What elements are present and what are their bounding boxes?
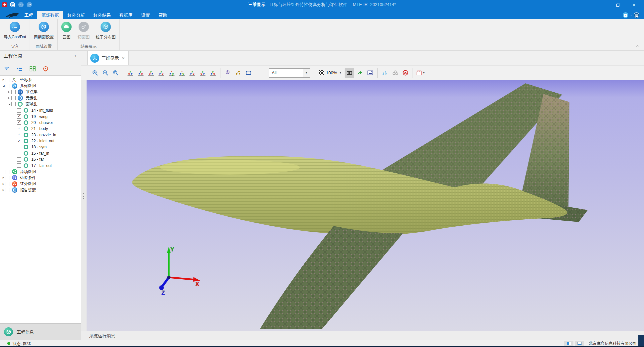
tree-checkbox[interactable] [11, 96, 16, 100]
view-front-icon[interactable]: yxz [126, 68, 135, 78]
tree-checkbox[interactable] [6, 188, 10, 192]
display-filter-select[interactable]: All▾ [269, 68, 310, 78]
tree-checkbox[interactable] [6, 182, 10, 186]
tree-item-22-inlet-out[interactable]: ✓22 - inlet_out [0, 138, 81, 144]
zoom-out-icon[interactable] [101, 68, 110, 78]
snapshot-icon[interactable] [365, 68, 375, 78]
tree-item-node-17[interactable]: ▶红外数据 [0, 181, 81, 187]
ribbon-button-2-1[interactable]: 切面图 [75, 22, 93, 40]
tree-checkbox[interactable] [6, 78, 10, 82]
chevron-down-icon[interactable]: ▾ [630, 14, 632, 17]
list-collapse-icon[interactable] [16, 65, 24, 72]
expander-icon[interactable]: ▶ [1, 189, 6, 191]
view-iso1-icon[interactable]: yzx [187, 68, 197, 78]
tree-checkbox[interactable]: ✓ [17, 120, 21, 125]
help-book-icon[interactable] [634, 12, 639, 18]
view-right-icon[interactable]: yzx [157, 68, 166, 78]
tree-checkbox[interactable] [17, 157, 21, 162]
close-button[interactable]: × [626, 0, 642, 10]
layout-bottom-icon[interactable] [575, 341, 584, 346]
style-switch-icon[interactable] [623, 12, 628, 18]
box-save-icon[interactable]: ▾ [415, 68, 425, 78]
tree-checkbox[interactable] [17, 163, 21, 168]
grid-icon[interactable] [345, 68, 354, 78]
tree-checkbox[interactable]: ✓ [17, 127, 21, 131]
restore-button[interactable] [610, 0, 626, 10]
expander-icon[interactable]: ◢ [7, 103, 11, 106]
tree-checkbox[interactable]: ✓ [17, 114, 21, 119]
zoom-in-icon[interactable] [90, 68, 100, 78]
lamp-icon[interactable] [223, 68, 232, 78]
tree-item-17-far-out[interactable]: 17 - far_out [0, 162, 81, 168]
tree-item-node-1[interactable]: ◢几何数据 [0, 83, 81, 89]
ribbon-button-2-0[interactable]: 云图 [58, 22, 75, 40]
expander-icon[interactable]: ▶ [7, 91, 11, 93]
tree-checkbox[interactable] [17, 151, 21, 155]
expander-icon[interactable]: ▶ [1, 183, 6, 185]
menu-item-2[interactable]: 红外分析 [63, 11, 89, 19]
mirror-icon[interactable] [380, 68, 390, 78]
menu-item-0[interactable]: 工程 [20, 11, 37, 19]
menu-item-4[interactable]: 数据库 [115, 11, 137, 19]
tree-item-14-int-fluid[interactable]: 14 - int_fluid [0, 107, 81, 113]
view-back-icon[interactable]: yzx [136, 68, 146, 78]
view-iso2-icon[interactable]: yxz [198, 68, 207, 78]
tree-item-16-far[interactable]: 16 - far [0, 156, 81, 162]
close-tab-icon[interactable]: × [122, 56, 125, 61]
ribbon-button-2-2[interactable]: 粒子分布图 [93, 22, 119, 40]
tree-item-node-4[interactable]: ◢面域集 [0, 101, 81, 107]
view-top-icon[interactable]: xzy [167, 68, 176, 78]
tree-checkbox[interactable] [11, 90, 16, 94]
tree-item-15-far-in[interactable]: 15 - far_in [0, 150, 81, 156]
collapse-ribbon-button[interactable] [637, 46, 639, 48]
menu-item-6[interactable]: 帮助 [154, 11, 171, 19]
tab-3d-view[interactable]: 三维显示 × [87, 51, 129, 65]
filter-icon[interactable] [3, 65, 11, 72]
tree-checkbox[interactable] [11, 102, 16, 106]
ribbon-button-1-0[interactable]: 周期面设置 [31, 22, 57, 40]
tree-item-node-0[interactable]: ▶YZX坐标系 [0, 77, 81, 83]
splitter-handle-icon[interactable] [83, 193, 84, 200]
tree-checkbox[interactable] [6, 170, 10, 174]
tree-checkbox[interactable]: ✓ [17, 139, 21, 143]
tree-item-node-15[interactable]: 流场数据 [0, 169, 81, 175]
tree-checkbox[interactable] [6, 176, 10, 180]
select-box-icon[interactable] [243, 68, 253, 78]
menu-item-5[interactable]: 设置 [137, 11, 154, 19]
tree-checkbox[interactable]: ✓ [17, 133, 21, 137]
grid4-icon[interactable] [29, 65, 37, 72]
tree-item-node-3[interactable]: ▶元素集 [0, 95, 81, 101]
view-left-icon[interactable]: yxz [146, 68, 156, 78]
cloud-outline-icon[interactable] [390, 68, 400, 78]
tree-item-20-chuiwei[interactable]: ✓20 - chuiwei [0, 120, 81, 126]
tree-checkbox[interactable] [6, 84, 10, 88]
view-bottom-icon[interactable]: xzy [177, 68, 187, 78]
zoom-fit-icon[interactable] [111, 68, 121, 78]
expander-icon[interactable]: ◢ [1, 84, 6, 87]
chevron-down-icon[interactable]: ▾ [303, 69, 310, 77]
cancel-icon[interactable] [401, 68, 410, 78]
tree-item-node-16[interactable]: ▶边界条件 [0, 175, 81, 181]
viewport-3d[interactable]: Y X Z [87, 80, 644, 331]
export-icon[interactable] [355, 68, 365, 78]
tree-checkbox[interactable] [17, 108, 21, 113]
collapse-panel-button[interactable]: ‹ [75, 53, 76, 58]
tree-item-23-nozzle-in[interactable]: ✓23 - nozzle_in [0, 132, 81, 138]
layout-left-icon[interactable] [564, 341, 573, 346]
opacity-control[interactable]: 100%▾ [319, 70, 341, 76]
tree-item-19-wing[interactable]: ✓19 - wing [0, 113, 81, 119]
expander-icon[interactable]: ▶ [7, 97, 11, 99]
menu-item-3[interactable]: 红外结果 [89, 11, 115, 19]
view-iso3-icon[interactable]: yzx [208, 68, 218, 78]
expander-icon[interactable]: ▶ [1, 78, 6, 81]
panel-splitter[interactable] [81, 80, 87, 331]
ribbon-button-0-0[interactable]: cas导入Cas/Dat [1, 22, 29, 40]
tree-item-21-body[interactable]: ✓21 - body [0, 126, 81, 132]
minimize-button[interactable]: ─ [594, 0, 610, 10]
tree-item-node-2[interactable]: ▶节点集 [0, 89, 81, 95]
tree-checkbox[interactable] [17, 145, 21, 149]
tree-item-node-18[interactable]: ▶报告资源 [0, 187, 81, 193]
panel-footer[interactable]: 工程信息 [0, 323, 81, 340]
target-icon[interactable] [42, 65, 50, 72]
particles-icon[interactable] [233, 68, 243, 78]
